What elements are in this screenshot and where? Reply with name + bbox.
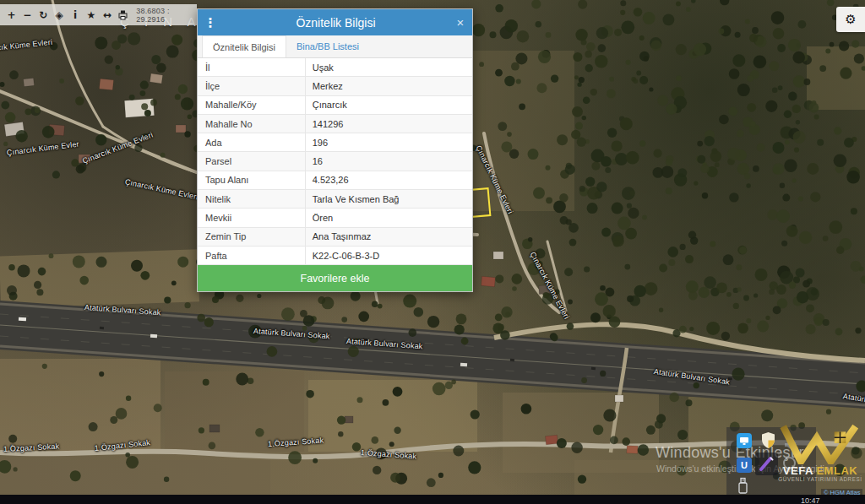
tab-bina-bb-listesi[interactable]: Bina/BB Listesi	[286, 35, 369, 57]
tray-app-blue-icon[interactable]	[737, 433, 752, 448]
row-label: Pafta	[198, 251, 305, 261]
dialog-header: ⋮ Öznitelik Bilgisi ×	[198, 9, 472, 35]
tray-app-u-icon[interactable]: U	[737, 458, 752, 473]
row-label: Zemin Tip	[198, 231, 305, 241]
row-value: Merkez	[305, 77, 472, 95]
tray-pen-tablet-icon[interactable]	[755, 453, 778, 475]
dialog-close-button[interactable]: ×	[449, 9, 472, 35]
info-icon: i	[73, 9, 77, 21]
logo-tagline: GÜVENLİ YATIRIMIN ADRESİ	[772, 476, 865, 482]
minus-icon: −	[23, 9, 31, 21]
monitor-icon	[739, 436, 749, 446]
add-to-favorites-button[interactable]: Favorilere ekle	[198, 265, 472, 291]
table-row: İlUşak	[198, 58, 472, 77]
row-label: Ada	[198, 138, 305, 148]
star-icon: ★	[87, 9, 96, 21]
attribute-table: İlUşak İlçeMerkez Mahalle/KöyÇınarcık Ma…	[198, 58, 472, 265]
plus-icon: +	[7, 9, 15, 21]
logo-wordmark: VEFA EMLAK	[775, 464, 865, 477]
logo-brand-primary: VEFA	[783, 464, 813, 477]
row-value: Tarla Ve Kısmen Bağ	[305, 190, 472, 208]
taskbar-edge	[0, 495, 865, 504]
row-value: 196	[305, 133, 472, 151]
zoom-out-button[interactable]: −	[19, 6, 35, 24]
row-label: Tapu Alanı	[198, 175, 305, 185]
tab-oznitelik-bilgisi[interactable]: Öznitelik Bilgisi	[202, 35, 286, 57]
screen: Çınarcık Küme Evleri Çınarcık Küme Evler…	[0, 0, 865, 504]
print-icon	[117, 10, 128, 20]
row-label: Nitelik	[198, 194, 305, 204]
row-value: Ören	[305, 209, 472, 226]
row-label: Mahalle/Köy	[198, 100, 305, 110]
row-label: Parsel	[198, 156, 305, 166]
print-button[interactable]	[115, 6, 131, 24]
vefa-emlak-logo	[775, 424, 865, 468]
measure-arrow-icon: ↔	[103, 9, 112, 21]
zoom-in-button[interactable]: +	[3, 6, 19, 24]
row-label: İlçe	[198, 81, 305, 91]
kebab-menu-icon: ⋮	[204, 15, 217, 30]
locate-icon: ◈	[56, 9, 63, 21]
dialog-title: Öznitelik Bilgisi	[223, 16, 449, 30]
table-row: MevkiiÖren	[198, 209, 472, 227]
row-value: 4.523,26	[305, 171, 472, 189]
taskbar-clock: 10:47	[801, 496, 820, 504]
attribute-dialog: ⋮ Öznitelik Bilgisi × Öznitelik Bilgisi …	[197, 8, 473, 292]
close-icon: ×	[457, 15, 465, 30]
coordinates-readout: 38.6803 : 29.2916	[136, 7, 197, 24]
logo-brand-secondary: EMLAK	[816, 464, 857, 477]
row-value: Uşak	[305, 58, 472, 76]
locate-button[interactable]: ◈	[52, 6, 68, 24]
row-label: Mevkii	[198, 213, 305, 223]
table-row: Tapu Alanı4.523,26	[198, 171, 472, 190]
table-row: Parsel16	[198, 152, 472, 171]
row-value: 141296	[305, 115, 472, 133]
measure-button[interactable]: ↔	[99, 6, 115, 24]
map-toolbar: + − ↻ ◈ i ★ ↔ 38.6803 : 29.2916	[0, 4, 197, 25]
info-button[interactable]: i	[68, 6, 84, 24]
table-row: Mahalle No141296	[198, 115, 472, 133]
row-value: Ana Taşınmaz	[305, 228, 472, 246]
logo-w-monogram-icon	[775, 424, 865, 464]
table-row: NitelikTarla Ve Kısmen Bağ	[198, 190, 472, 209]
row-value: 16	[305, 152, 472, 170]
table-row: İlçeMerkez	[198, 77, 472, 95]
row-label: Mahalle No	[198, 119, 305, 129]
dialog-tabs: Öznitelik Bilgisi Bina/BB Listesi	[198, 35, 472, 58]
table-row: Ada196	[198, 133, 472, 152]
pen-icon	[758, 455, 775, 473]
row-value: Çınarcık	[305, 96, 472, 114]
tray-security-shield-icon[interactable]	[760, 431, 776, 453]
gear-icon: ⚙	[845, 12, 856, 27]
row-value: K22-C-06-B-3-D	[305, 247, 472, 264]
table-row: PaftaK22-C-06-B-3-D	[198, 247, 472, 265]
favorites-button[interactable]: ★	[84, 6, 100, 24]
table-row: Zemin TipAna Taşınmaz	[198, 228, 472, 247]
row-label: İl	[198, 62, 305, 73]
settings-button[interactable]: ⚙	[836, 7, 865, 32]
refresh-icon: ↻	[39, 9, 47, 21]
dialog-menu-button[interactable]: ⋮	[198, 9, 223, 35]
table-row: Mahalle/KöyÇınarcık	[198, 96, 472, 115]
refresh-button[interactable]: ↻	[35, 6, 52, 24]
